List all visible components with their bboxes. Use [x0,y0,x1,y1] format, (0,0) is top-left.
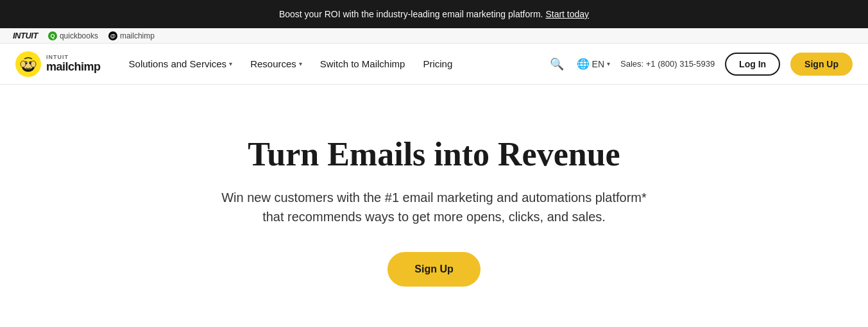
banner-message: Boost your ROI with the industry-leading… [279,9,543,19]
nav-item-resources[interactable]: Resources ▾ [243,53,310,74]
login-button[interactable]: Log In [725,53,780,76]
search-icon: 🔍 [550,57,564,71]
subnav-quickbooks[interactable]: Q quickbooks [48,31,98,40]
globe-icon: 🌐 [577,58,590,70]
nav-switch-label: Switch to Mailchimp [320,58,405,69]
svg-point-7 [21,61,26,67]
subnav-mailchimp[interactable]: @ mailchimp [108,31,155,40]
resources-chevron-icon: ▾ [299,60,302,67]
hero-section: Turn Emails into Revenue Win new custome… [0,85,868,325]
logo-mailchimp-label: mailchimp [46,61,101,74]
nav-solutions-label: Solutions and Services [129,58,227,69]
quickbooks-label: quickbooks [60,31,98,40]
hero-title: Turn Emails into Revenue [248,136,620,172]
mailchimp-icon: @ [108,31,117,40]
intuit-subnav: INTUIT Q quickbooks @ mailchimp [0,28,868,44]
hero-subtitle: Win new customers with the #1 email mark… [216,188,652,226]
search-button[interactable]: 🔍 [547,55,566,74]
nav-item-pricing[interactable]: Pricing [415,53,460,74]
banner-cta[interactable]: Start today [545,9,589,19]
nav-item-solutions[interactable]: Solutions and Services ▾ [121,53,241,74]
main-nav: INTUIT mailchimp Solutions and Services … [0,44,868,85]
hero-signup-button[interactable]: Sign Up [387,252,480,287]
nav-pricing-label: Pricing [423,58,452,69]
top-banner: Boost your ROI with the industry-leading… [0,0,868,28]
sales-number: Sales: +1 (800) 315-5939 [620,59,715,69]
lang-chevron-icon: ▾ [607,60,610,67]
logo-link[interactable]: INTUIT mailchimp [15,51,101,77]
nav-item-switch[interactable]: Switch to Mailchimp [312,53,413,74]
logo-text: INTUIT mailchimp [46,55,101,74]
lang-label: EN [592,59,604,69]
svg-point-8 [31,61,36,67]
quickbooks-icon: Q [48,31,57,40]
solutions-chevron-icon: ▾ [229,60,232,67]
nav-right: 🔍 🌐 EN ▾ Sales: +1 (800) 315-5939 Log In… [547,53,853,76]
intuit-brand-label: INTUIT [13,31,38,40]
mailchimp-label: mailchimp [120,31,155,40]
nav-links: Solutions and Services ▾ Resources ▾ Swi… [121,53,547,74]
signup-nav-button[interactable]: Sign Up [790,53,853,76]
language-selector[interactable]: 🌐 EN ▾ [577,58,610,70]
mailchimp-monkey-logo [15,51,41,77]
nav-resources-label: Resources [250,58,296,69]
